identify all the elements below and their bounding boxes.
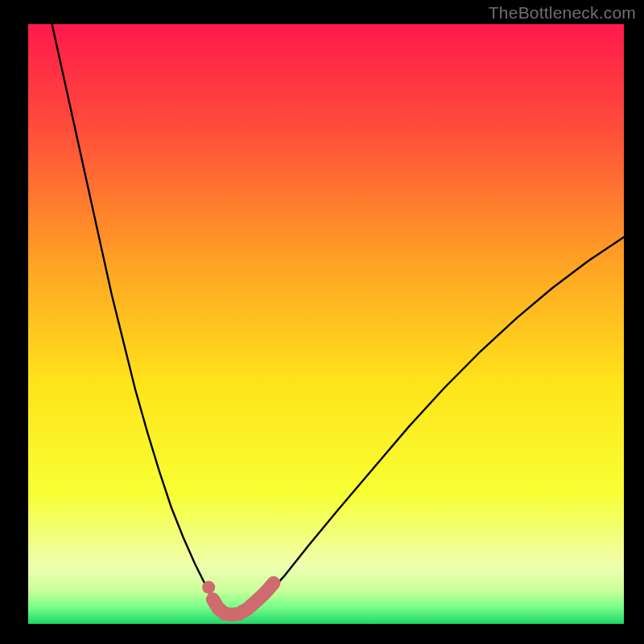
- highlight-dot: [202, 581, 215, 594]
- chart-frame: TheBottleneck.com: [0, 0, 644, 644]
- watermark: TheBottleneck.com: [489, 3, 636, 23]
- plot-background: [28, 24, 624, 624]
- bottleneck-chart: [0, 0, 644, 644]
